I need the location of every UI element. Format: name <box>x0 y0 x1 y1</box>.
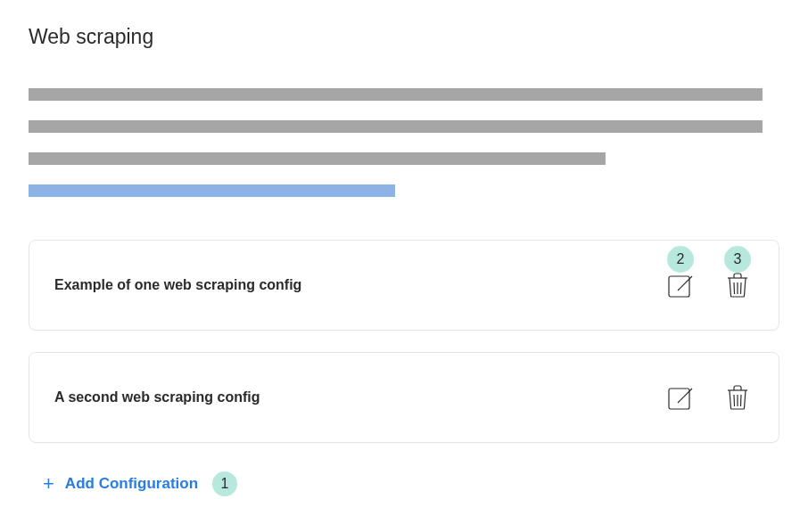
placeholder-line <box>29 152 606 165</box>
svg-line-4 <box>741 282 742 294</box>
plus-icon: + <box>43 474 54 494</box>
edit-icon <box>666 383 695 412</box>
edit-icon <box>666 271 695 299</box>
delete-button[interactable]: 3 <box>721 269 754 301</box>
edit-button[interactable]: 2 <box>664 269 697 301</box>
svg-rect-0 <box>669 276 689 297</box>
trash-icon <box>723 271 752 299</box>
config-card: Example of one web scraping config 2 3 <box>29 240 779 331</box>
svg-rect-5 <box>669 389 689 409</box>
placeholder-line <box>29 88 763 101</box>
edit-button[interactable] <box>664 381 697 413</box>
config-card: A second web scraping config <box>29 352 779 443</box>
svg-line-2 <box>734 282 735 294</box>
step-badge: 1 <box>212 471 237 496</box>
step-badge: 2 <box>667 246 694 273</box>
add-configuration-button[interactable]: + Add Configuration 1 <box>29 464 779 503</box>
step-badge: 3 <box>724 246 751 273</box>
add-configuration-label: Add Configuration <box>65 475 198 493</box>
card-actions: 2 3 <box>664 269 754 301</box>
delete-button[interactable] <box>721 381 754 413</box>
svg-line-7 <box>734 395 735 406</box>
page-title: Web scraping <box>29 25 779 49</box>
trash-icon <box>723 383 752 412</box>
config-title: Example of one web scraping config <box>54 277 301 293</box>
placeholder-line-link[interactable] <box>29 184 395 197</box>
svg-line-9 <box>741 395 742 406</box>
config-title: A second web scraping config <box>54 389 260 405</box>
card-actions <box>664 381 754 413</box>
placeholder-line <box>29 120 763 133</box>
placeholder-text-block <box>29 88 779 197</box>
